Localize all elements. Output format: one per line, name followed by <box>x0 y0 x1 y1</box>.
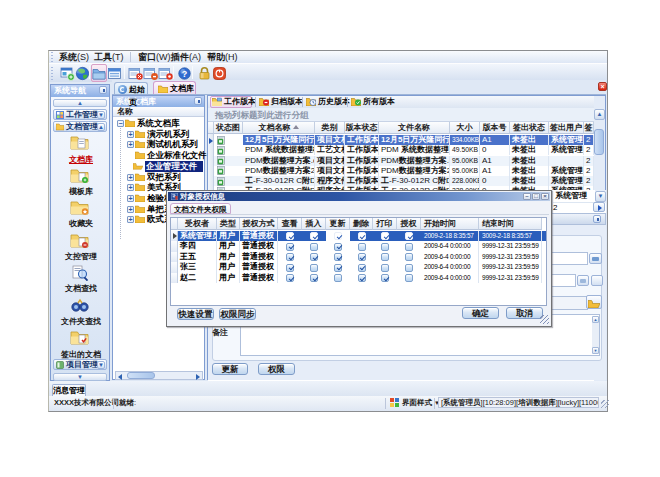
svg-text:?: ? <box>182 69 188 79</box>
